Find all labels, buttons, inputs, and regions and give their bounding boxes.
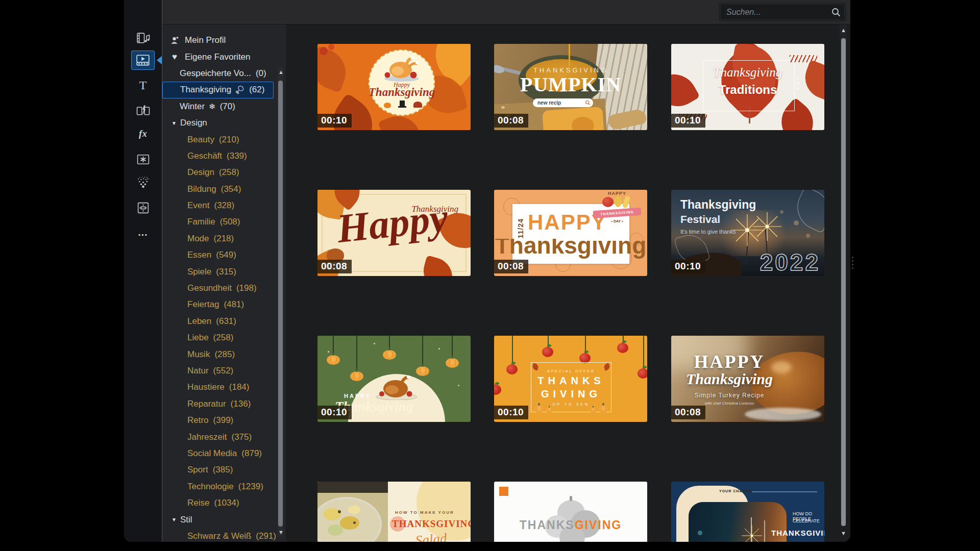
template-text: CELEBRATE	[793, 518, 820, 523]
category-count: (184)	[229, 382, 250, 392]
main-scrollbar-thumb[interactable]	[841, 38, 846, 526]
sidebar-item-mein-profil[interactable]: Mein Profil	[162, 32, 286, 48]
sidebar-category-item[interactable]: Spiele (315)	[162, 263, 286, 280]
scroll-up-icon[interactable]: ▲	[841, 28, 846, 33]
toolbar-media-button[interactable]	[124, 28, 162, 48]
search-icon	[585, 100, 591, 106]
sidebar-item-gespeicherte[interactable]: Gespeicherte Vo... (0)	[162, 65, 286, 82]
sidebar-category-item[interactable]: Retro (399)	[162, 412, 286, 429]
sidebar-item-eigene-favoriten[interactable]: ♥ Eigene Favoriten	[162, 48, 286, 65]
sidebar-category-item[interactable]: Familie (508)	[162, 214, 286, 230]
sidebar-category-item[interactable]: Event (328)	[162, 197, 286, 214]
sidebar-category-item[interactable]: Design (258)	[162, 164, 286, 181]
duration-badge: 00:10	[671, 260, 705, 273]
template-card-4[interactable]: Thanksgiving Happy THANKS 00:08	[317, 190, 471, 276]
sidebar-category-item[interactable]: Schwarz & Weiß (291)	[162, 528, 286, 542]
scroll-up-icon[interactable]: ▲	[278, 69, 284, 75]
toolbar-particles-button[interactable]	[124, 172, 162, 192]
sidebar-category-item[interactable]: Natur (552)	[162, 363, 286, 379]
template-title: Thanksgiving	[680, 198, 756, 212]
category-label: Musik	[187, 349, 210, 360]
template-title: Salad	[415, 530, 448, 542]
search-icon[interactable]	[831, 7, 841, 17]
template-card-11[interactable]: THANKSGIVING	[494, 482, 647, 542]
toolbar-overlays-button[interactable]	[124, 149, 162, 169]
sidebar-category-item[interactable]: Social Media (879)	[162, 445, 286, 462]
toolbar-transitions-button[interactable]	[124, 101, 162, 121]
deco-line	[752, 491, 817, 492]
thumbnail-art-circle: Happy Thanksgiving	[369, 49, 435, 116]
sidebar-category-item[interactable]: Leben (631)	[162, 313, 286, 330]
deco-bokeh	[794, 220, 799, 226]
category-count: (258)	[219, 167, 239, 178]
deco-corn	[622, 195, 631, 209]
template-card-6[interactable]: Thanksgiving Festival It's time to give …	[671, 190, 824, 276]
deco-star	[328, 351, 329, 353]
deco-apple	[542, 347, 553, 357]
sidebar-category-item[interactable]: Bildung (354)	[162, 181, 286, 197]
template-card-1[interactable]: Happy Thanksgiving 00:10	[317, 44, 471, 130]
template-card-12[interactable]: YOUR CHANNEL HOW DO PEOPLE CELEBRATE THA…	[671, 482, 824, 542]
deco-speck	[338, 510, 341, 513]
sticker-ribbon: THANKSGIVING	[593, 208, 642, 219]
deco-string	[356, 336, 357, 372]
deco-square	[499, 487, 508, 496]
deco-pumpkin	[327, 355, 340, 365]
sidebar-category-item[interactable]: Liebe (258)	[162, 330, 286, 346]
sidebar-category-item[interactable]: Mode (218)	[162, 231, 286, 247]
sidebar-category-item[interactable]: Musik (285)	[162, 346, 286, 362]
transitions-icon	[136, 104, 150, 118]
search-input[interactable]	[725, 6, 827, 19]
sidebar-category-item[interactable]: Sport (385)	[162, 462, 286, 478]
deco-star	[438, 348, 440, 349]
duration-badge: 00:10	[317, 114, 352, 128]
toolbar-title-designer-button[interactable]	[124, 197, 162, 218]
template-card-2[interactable]: THANKSGIVING PUMPKIN new recip 00:08	[494, 44, 647, 130]
sidebar-item-thanksgiving-selected[interactable]: Thanksgiving (62)	[162, 82, 274, 98]
toolbar-effects-button[interactable]: fx	[124, 123, 162, 144]
toolbar-video-templates-button[interactable]	[131, 51, 155, 70]
category-scrollbar-thumb[interactable]	[278, 81, 283, 527]
template-card-8[interactable]: SPECIAL OFFER THANKS GIVING UP TO 50% 00…	[494, 336, 647, 422]
sidebar-item-label: Gespeicherte Vo...	[180, 68, 251, 79]
category-label: Sport	[187, 465, 208, 475]
deco-pumpkin	[534, 405, 545, 413]
sidebar-category-item[interactable]: Reparatur (136)	[162, 396, 286, 412]
sidebar-category-item[interactable]: Gesundheit (198)	[162, 280, 286, 296]
category-count: (385)	[213, 465, 233, 475]
category-label: Jahreszeit	[187, 432, 227, 442]
sidebar-item-winter[interactable]: Winter ❄ (70)	[162, 98, 286, 115]
template-text: UP TO 50%	[531, 403, 611, 406]
scroll-down-icon[interactable]: ▼	[278, 530, 284, 535]
sidebar-category-item[interactable]: Reise (1034)	[162, 495, 286, 511]
template-card-10[interactable]: HOW TO MAKE YOUR THANKSGIVING Salad	[317, 482, 471, 542]
duration-badge: 00:08	[671, 406, 705, 419]
design-category-list: Beauty (210) Geschäft (339) Design (258)…	[162, 131, 286, 511]
toolbar-more-button[interactable]: …	[124, 222, 162, 242]
deco-string	[512, 336, 513, 365]
category-panel: Mein Profil ♥ Eigene Favoriten Gespeiche…	[162, 24, 286, 542]
section-header-stil[interactable]: ▼ Stil	[162, 511, 286, 528]
sidebar-category-item[interactable]: Geschäft (339)	[162, 148, 286, 164]
sidebar-category-item[interactable]: Jahreszeit (375)	[162, 429, 286, 445]
deco-pumpkin	[383, 350, 396, 360]
template-card-5[interactable]: 11/24 HAPPY Thanksgiving HAPPY THANKSGIV…	[494, 190, 647, 276]
template-card-3[interactable]: Thanksgiving Traditions 00:10	[671, 44, 824, 130]
sidebar-category-item[interactable]: Technologie (1239)	[162, 479, 286, 495]
sidebar-category-item[interactable]: Haustiere (184)	[162, 379, 286, 395]
deco-pumpkin	[598, 405, 609, 413]
sidebar-category-item[interactable]: Beauty (210)	[162, 131, 286, 147]
section-header-design[interactable]: ▼ Design	[162, 115, 286, 131]
sidebar-category-item[interactable]: Essen (549)	[162, 247, 286, 263]
window-resize-grip[interactable]	[852, 257, 853, 269]
scroll-down-icon[interactable]: ▼	[841, 531, 846, 536]
template-card-9[interactable]: HAPPY Thanksgiving Simple Turkey Recipe …	[671, 336, 824, 422]
sidebar-category-item[interactable]: Feiertag (481)	[162, 296, 286, 313]
template-text: HOW TO MAKE YOUR	[395, 510, 454, 515]
deco-turkey-fan	[413, 102, 422, 108]
media-room-icon	[136, 32, 150, 45]
deco-salad	[328, 524, 343, 536]
template-card-7[interactable]: HAPPY Thanksgiving 00:10	[317, 336, 471, 422]
template-title: HAPPY	[678, 351, 780, 372]
toolbar-titles-button[interactable]: T	[124, 75, 162, 95]
